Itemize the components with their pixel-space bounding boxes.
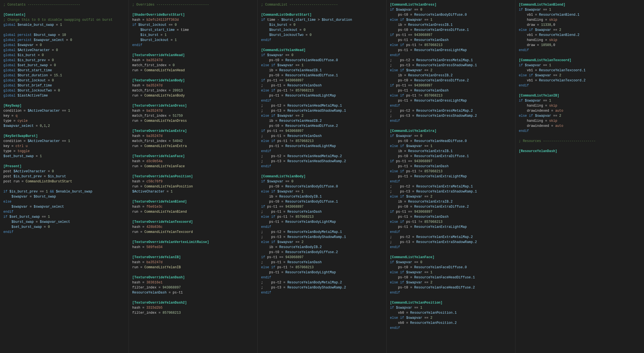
column-4: [CommandListYelanDress] if $swapvar == 0… — [387, 0, 515, 353]
code-block-2: ; Overrides -------------------------- [… — [132, 2, 254, 315]
editor-container: ; Constants -------------------------- [… — [0, 0, 644, 353]
column-1: ; Constants -------------------------- [… — [0, 0, 129, 353]
column-5: [CommandListYelanBlend] if $swapvar == 1… — [515, 0, 644, 353]
code-block-3: ; CommandList ------------------------ [… — [261, 2, 383, 295]
column-2: ; Overrides -------------------------- [… — [129, 0, 258, 353]
code-block-1: ; Constants -------------------------- [… — [3, 2, 125, 235]
column-3: ; CommandList ------------------------ [… — [258, 0, 387, 353]
code-block-4: [CommandListYelanDress] if $swapvar == 0… — [390, 2, 512, 331]
code-block-5: [CommandListYelanBlend] if $swapvar == 1… — [519, 2, 641, 154]
